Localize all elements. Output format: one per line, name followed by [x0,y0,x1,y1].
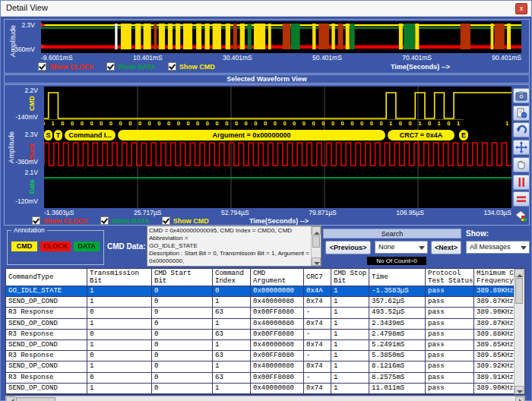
signal-toggle-show-cmd[interactable]: Show CMD [168,62,215,71]
table-row[interactable]: R3 Response00630x00FF8080-15.3850mSpass3… [6,351,515,362]
command-index-bubble: Command I... [65,130,116,141]
bit-digit: 0 [117,120,125,127]
column-header[interactable]: ProtocolTest Status [426,269,474,286]
search-count-badge: No Of Count=0 [367,257,426,265]
bit-digit: 0 [426,120,433,127]
table-cell: 0x74 [304,297,331,307]
signal-toggle-show-data[interactable]: Show DATA [106,62,156,71]
hand-button[interactable] [513,157,530,172]
pan-button[interactable] [513,140,530,155]
scroll-up-icon[interactable] [515,269,524,277]
table-cell: 2.4798mS [369,330,426,339]
table-cell: SEND_OP_COND [6,340,87,350]
cmd-data-textbox[interactable]: CMD = 0x400000000095, CMD Index = CMD0, … [147,226,321,267]
signal-toggle-show-cmd[interactable]: Show CMD [162,216,209,225]
export-button[interactable] [513,106,530,121]
table-vertical-scrollbar[interactable] [514,269,524,394]
column-header[interactable]: CMDArgument [251,269,304,286]
table-cell: 1 [213,384,251,393]
time-tick-label: -9.6001mS [41,54,73,62]
scroll-right-icon[interactable] [515,396,524,401]
column-header[interactable]: Time [369,269,426,286]
checkbox-checked-icon[interactable] [100,216,109,225]
cmd-data-scrollbar[interactable] [311,226,321,266]
snapshot-button[interactable] [513,88,530,103]
column-header[interactable]: Minimum ClFrequency [474,269,515,286]
table-row[interactable]: GO_IDLE_STATE1000x000000000x4A1-1.3583µS… [6,286,515,297]
column-header[interactable]: CMD StartBit [152,269,213,286]
table-cell: 0 [87,330,152,339]
close-button[interactable]: x [515,3,527,14]
table-cell: 0 [87,351,152,361]
detail-view-window: Detail View x Amplitude 2.3V -360mV -9.6… [0,0,532,401]
column-header[interactable]: CommandType [6,269,87,286]
table-row[interactable]: R3 Response00630x00FF8080-18.2575mSpass3… [6,373,515,384]
table-row[interactable]: SEND_OP_COND1010x400000800x7418.1216mSpa… [6,362,515,372]
scroll-thumb[interactable] [312,235,320,248]
column-header[interactable]: CommandIndex [213,269,251,286]
scroll-up-icon[interactable] [312,226,321,235]
checkbox-checked-icon[interactable] [32,216,40,225]
column-header[interactable]: TransmissionBit [87,269,152,286]
horizontal-cursor-button[interactable] [513,191,530,207]
scroll-thumb[interactable] [515,278,523,304]
clock-ymin-label: -360mV [5,158,38,166]
checkbox-checked-icon[interactable] [162,216,170,225]
signal-toggle-show-clock[interactable]: Show CLOCK [38,62,94,71]
checkbox-checked-icon[interactable] [106,62,115,71]
column-header-line2: Frequency [477,277,515,285]
bit-digit: 0 [233,120,240,127]
search-criteria-dropdown[interactable]: None [375,241,428,254]
table-cell: 0x40000080 [251,297,304,307]
end-bit-bubble: E [459,130,468,141]
table-cell: 0 [87,308,152,317]
scroll-left-icon[interactable] [6,396,15,401]
column-header-line1: CMD [253,270,303,277]
checkbox-checked-icon[interactable] [168,62,176,71]
data-ymin-label: -120mV [5,197,38,205]
scroll-down-icon[interactable] [312,257,321,266]
table-row[interactable]: SEND_OP_COND1010x400000800x741357.62µSpa… [6,297,515,308]
table-cell: 0x00000000 [251,286,304,296]
bit-digit: 0 [319,120,327,127]
column-header[interactable]: CMD StopBit [331,269,369,286]
table-cell: pass [426,319,474,329]
table-cell: 1 [213,297,251,307]
table-horizontal-scrollbar[interactable] [5,396,525,401]
vertical-cursor-button[interactable] [513,175,530,190]
bit-digit: 1 [503,120,511,127]
time-tick-label: 79.871µS [309,209,337,216]
scroll-thumb[interactable] [16,397,55,401]
column-header-line2: Test Status [428,277,473,285]
overview-panel: Amplitude 2.3V -360mV -9.6001mS10.401mS3… [4,19,530,74]
show-filter-dropdown[interactable]: All Messages [466,241,530,254]
chevron-down-icon [419,246,425,250]
table-cell: 493.52µS [369,308,426,317]
table-row[interactable]: R3 Response00630x00FF8080-12.4798mSpass3… [6,330,515,340]
signal-toggle-show-clock[interactable]: Show CLOCK [32,216,88,225]
bit-digit: 0 [261,120,269,127]
undo-button[interactable] [513,122,530,137]
overview-plot[interactable] [41,21,521,53]
table-cell: 0 [152,286,213,296]
next-button[interactable]: <Next> [431,241,461,254]
table-row[interactable]: SEND_OP_COND1010x400000800x7415.2491mSpa… [6,340,515,351]
scroll-down-icon[interactable] [515,386,524,394]
bit-digit: 1 [49,120,57,127]
checkbox-checked-icon[interactable] [38,62,46,71]
overview-signal-toggles: Show CLOCKShow DATAShow CMD [38,62,215,71]
table-cell: 0 [152,351,213,361]
table-cell: - [304,351,331,361]
selected-waveform-plot[interactable]: 0100000000000000000000000000000000001001… [44,87,511,208]
table-row[interactable]: SEND_OP_COND1010x400000800x74111.011mSpa… [6,384,515,394]
previous-button[interactable]: <Previous> [325,241,371,254]
export-icon [515,108,527,118]
table-row[interactable]: R3 Response00630x00FF8080-1493.52µSpass3… [6,308,515,318]
bit-digit: 0 [155,120,163,127]
column-header[interactable]: CRC7 [304,269,331,286]
palette-button[interactable] [513,209,530,224]
signal-toggle-show-data[interactable]: Show DATA [100,216,150,225]
time-tick-label: 10.401mS [133,54,163,62]
bit-digit: 0 [175,120,182,127]
table-row[interactable]: SEND_OP_COND1010x400000800x7412.3439mSpa… [6,319,515,330]
